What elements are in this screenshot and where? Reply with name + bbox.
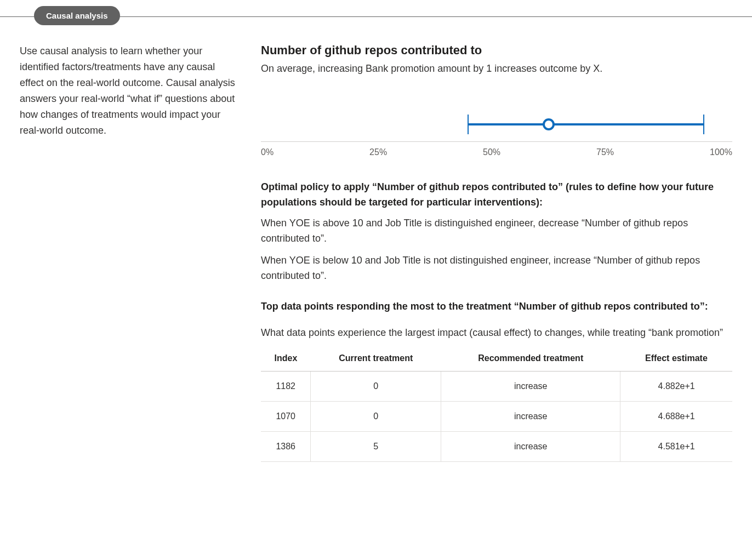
ci-whisker-right	[703, 115, 704, 134]
ci-point	[543, 118, 555, 130]
top-datapoints-table-wrap: Index Current treatment Recommended trea…	[261, 347, 732, 462]
table-cell: increase	[441, 372, 620, 402]
col-index: Index	[261, 347, 311, 372]
table-cell: 0	[311, 372, 441, 402]
policy-title: Optimal policy to apply “Number of githu…	[261, 179, 732, 210]
table-cell: 0	[311, 402, 441, 432]
right-column: Number of github repos contributed to On…	[261, 43, 732, 462]
x-tick-label: 0%	[261, 147, 274, 157]
policy-rule-2: When YOE is below 10 and Job Title is no…	[261, 253, 732, 283]
confidence-interval-chart: 0%25%50%75%100%	[261, 109, 732, 157]
table-cell: 1182	[261, 372, 311, 402]
table-cell: increase	[441, 402, 620, 432]
table-cell: 5	[311, 432, 441, 462]
col-recommended-treatment: Recommended treatment	[441, 347, 620, 372]
top-datapoints-table: Index Current treatment Recommended trea…	[261, 347, 732, 462]
top-datapoints-title: Top data points responding the most to t…	[261, 299, 732, 314]
top-datapoints-desc: What data points experience the largest …	[261, 325, 732, 340]
table-cell: increase	[441, 432, 620, 462]
x-tick-label: 100%	[710, 147, 732, 157]
table-cell: 4.882e+1	[620, 372, 732, 402]
x-tick-label: 75%	[596, 147, 614, 157]
table-row: 11820increase4.882e+1	[261, 372, 732, 402]
ci-whisker-left	[468, 115, 469, 134]
table-row: 13865increase4.581e+1	[261, 432, 732, 462]
tab-causal-analysis[interactable]: Causal analysis	[34, 6, 120, 25]
table-cell: 1386	[261, 432, 311, 462]
ci-bar	[468, 123, 704, 125]
main-title: Number of github repos contributed to	[261, 43, 732, 58]
table-cell: 1070	[261, 402, 311, 432]
chart-x-axis-labels: 0%25%50%75%100%	[261, 142, 732, 157]
main-subtext: On average, increasing Bank promotion am…	[261, 61, 732, 76]
left-column: Use causal analysis to learn whether you…	[20, 43, 239, 139]
col-effect-estimate: Effect estimate	[620, 347, 732, 372]
x-tick-label: 25%	[369, 147, 387, 157]
content-layout: Use causal analysis to learn whether you…	[0, 43, 752, 484]
table-cell: 4.581e+1	[620, 432, 732, 462]
policy-rule-1: When YOE is above 10 and Job Title is di…	[261, 215, 732, 246]
x-tick-label: 50%	[483, 147, 500, 157]
intro-paragraph: Use causal analysis to learn whether you…	[20, 43, 239, 139]
chart-plot-area	[261, 109, 732, 142]
section-divider: Causal analysis	[0, 16, 752, 17]
col-current-treatment: Current treatment	[311, 347, 441, 372]
table-cell: 4.688e+1	[620, 402, 732, 432]
table-header-row: Index Current treatment Recommended trea…	[261, 347, 732, 372]
table-row: 10700increase4.688e+1	[261, 402, 732, 432]
